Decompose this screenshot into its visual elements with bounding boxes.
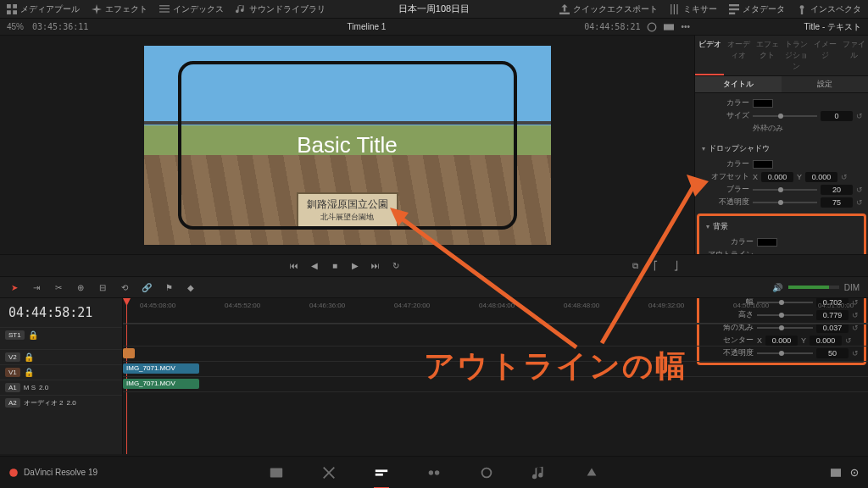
opacity-slider[interactable] [753,202,817,203]
page-color[interactable] [479,465,494,480]
timeline-viewer[interactable]: 釧路湿原国立公園 北斗展望台園地 Basic Title [0,36,694,254]
mixer-button[interactable]: ミキサー [670,3,717,15]
insert-button[interactable]: ⊕ [75,281,86,293]
tab-effect[interactable]: エフェクト [753,36,782,75]
timeline-area: 04:44:58:21 ST1🔒 V2🔒 V1🔒 A1M S2.0 A2オーディ… [0,298,868,454]
arrow-tool[interactable]: ➤ [8,281,20,293]
bypass-icon[interactable] [647,22,657,32]
dim-button[interactable]: DIM [844,283,860,292]
track-v1[interactable]: V1🔒 [0,364,122,380]
audio-clip[interactable]: IMG_7071.MOV [123,379,199,389]
settings-gear-icon[interactable] [849,468,860,478]
page-fusion[interactable] [426,465,442,480]
effects-button[interactable]: エフェクト [92,3,147,15]
play-button[interactable]: ▶ [349,260,361,272]
inspector-button[interactable]: インスペクタ [797,3,861,15]
page-edit[interactable] [374,465,389,480]
app-brand: DaVinci Resolve 19 [8,468,97,478]
loop-button[interactable]: ↻ [390,260,402,272]
offset-y[interactable]: 0.000 [805,172,837,182]
page-cut[interactable] [321,465,337,480]
tab-audio[interactable]: オーディオ [724,36,753,75]
blur-slider[interactable] [753,189,817,191]
tab-image[interactable]: イメージ [810,36,839,75]
bg-color-swatch[interactable] [757,238,777,247]
match-frame-button[interactable]: ⧉ [629,260,641,272]
label-opacity: 不透明度 [700,197,749,208]
size-value[interactable]: 0 [821,111,853,121]
timeline-ruler[interactable]: 04:45:08:00 04:45:52:00 04:46:36:00 04:4… [123,298,868,324]
track-st1[interactable]: ST1🔒 [0,327,122,342]
blur-value[interactable]: 20 [821,185,853,195]
color-swatch[interactable] [753,99,773,108]
timeline-name[interactable]: Timeline 1 [348,22,387,31]
tab-video[interactable]: ビデオ [695,36,724,75]
speaker-icon[interactable]: 🔊 [771,281,783,293]
volume-slider[interactable] [788,286,839,289]
preview-frame: 釧路湿原国立公園 北斗展望台園地 Basic Title [144,46,551,245]
render-cache-icon[interactable] [664,22,674,32]
next-clip-button[interactable]: ⏭ [370,260,381,272]
svg-rect-0 [7,4,11,8]
step-back-button[interactable]: ◀ [309,260,320,272]
tab-file[interactable]: ファイル [839,36,868,75]
subtab-title[interactable]: タイトル [695,76,782,92]
mark-in-button[interactable]: ⎡ [649,260,661,272]
prev-clip-button[interactable]: ⏮ [288,260,300,272]
ruler-mark: 04:45:08:00 [140,302,175,309]
svg-rect-21 [376,469,387,472]
video-clip[interactable]: IMG_7071.MOV [123,363,199,374]
lock-icon[interactable]: 🔒 [24,352,34,363]
options-icon[interactable]: ••• [681,22,690,31]
inspector-label: インスペクタ [810,3,861,15]
reset-icon[interactable]: ↺ [856,112,863,120]
mark-out-button[interactable]: ⎦ [670,260,682,272]
opacity-value[interactable]: 75 [821,197,853,208]
quickexport-button[interactable]: クイックエクスポート [559,3,658,15]
ds-color-swatch[interactable] [753,160,773,169]
reset-icon[interactable]: ↺ [841,173,848,181]
project-settings-icon[interactable] [831,468,841,478]
lock-icon[interactable]: 🔒 [28,330,38,341]
size-slider[interactable] [753,115,817,117]
soundlib-button[interactable]: サウンドライブラリ [236,3,326,15]
track-a1[interactable]: A1M S2.0 [0,380,122,395]
page-fairlight[interactable] [531,465,547,480]
index-button[interactable]: インデックス [159,3,224,15]
blade-tool[interactable]: ✂ [53,281,64,293]
track-a2[interactable]: A2オーディオ 22.0 [0,395,122,410]
reset-icon[interactable]: ↺ [856,186,863,194]
page-deliver[interactable] [584,465,599,480]
zoom-value[interactable]: 45% [7,22,24,31]
mediapool-button[interactable]: メディアプール [7,3,80,15]
tab-transition[interactable]: トランジション [782,36,810,75]
subtab-settings[interactable]: 設定 [782,76,868,92]
trim-tool[interactable]: ⇥ [31,281,42,293]
timeline-tracks[interactable]: 04:45:08:00 04:45:52:00 04:46:36:00 04:4… [123,298,868,454]
group-background[interactable]: 背景 [704,219,859,236]
effects-icon [92,4,102,14]
track-v2[interactable]: V2🔒 [0,349,122,364]
offset-x[interactable]: 0.000 [761,172,793,182]
marker-button[interactable]: ◆ [185,281,197,293]
export-icon [559,4,570,14]
page-media[interactable] [269,465,284,480]
mediapool-icon [7,4,17,14]
stop-button[interactable]: ■ [329,260,341,272]
svg-rect-5 [159,5,170,6]
timecode-display[interactable]: 04:44:58:21 [0,298,122,327]
svg-rect-9 [670,4,671,14]
svg-rect-14 [729,12,735,14]
flag-button[interactable]: ⚑ [163,281,175,293]
ruler-mark: 04:46:36:00 [309,302,345,309]
label-outline-only[interactable]: 外枠のみ [753,123,783,134]
replace-button[interactable]: ⟲ [119,281,131,293]
group-dropshadow[interactable]: ドロップシャドウ [700,141,863,158]
metadata-button[interactable]: メタデータ [729,3,785,15]
mediapool-label: メディアプール [20,3,80,15]
reset-icon[interactable]: ↺ [856,198,863,207]
overwrite-button[interactable]: ⊟ [97,281,108,293]
link-button[interactable]: 🔗 [141,281,153,293]
title-clip[interactable] [123,348,135,358]
lock-icon[interactable]: 🔒 [24,368,34,378]
